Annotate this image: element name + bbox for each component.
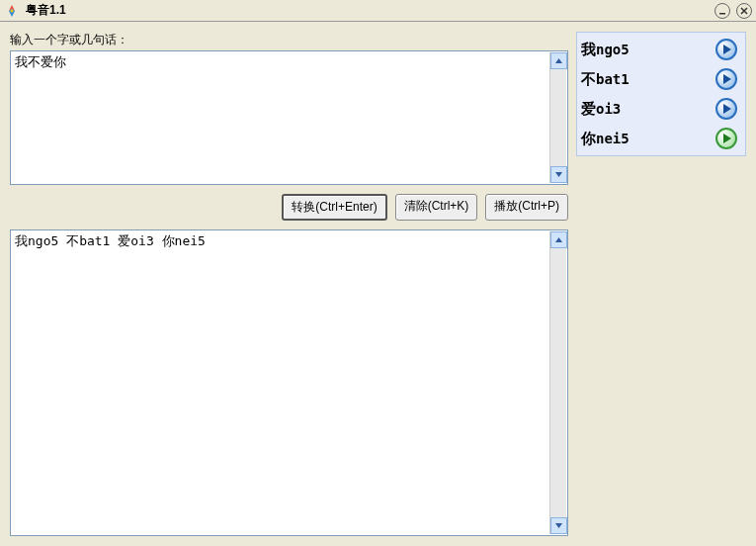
- title-bar: 粤音1.1: [0, 0, 756, 22]
- close-button[interactable]: [736, 3, 752, 19]
- button-row: 转换(Ctrl+Enter) 清除(Ctrl+K) 播放(Ctrl+P): [10, 193, 568, 222]
- scroll-up-icon[interactable]: [550, 52, 567, 69]
- scroll-up-icon[interactable]: [550, 231, 567, 248]
- character-text: 我ngo5: [581, 41, 630, 59]
- output-textarea[interactable]: 我ngo5 不bat1 爱oi3 你nei5: [10, 229, 568, 536]
- svg-rect-1: [719, 13, 725, 15]
- output-scrollbar[interactable]: [549, 231, 566, 534]
- app-icon: [4, 3, 20, 19]
- character-cjk: 我: [581, 41, 596, 59]
- play-icon: [722, 45, 731, 54]
- character-text: 你nei5: [581, 130, 630, 148]
- play-icon: [722, 74, 731, 84]
- window-title: 粤音1.1: [26, 2, 709, 19]
- input-scrollbar[interactable]: [549, 52, 566, 183]
- play-icon: [722, 104, 731, 114]
- play-audio-button[interactable]: [715, 39, 737, 60]
- input-text: 我不爱你: [15, 53, 547, 182]
- character-list-item: 不bat1: [577, 64, 745, 94]
- character-cjk: 爱: [581, 100, 596, 119]
- character-cjk: 你: [581, 130, 596, 148]
- scroll-down-icon[interactable]: [550, 166, 567, 183]
- character-romanization: oi3: [596, 101, 621, 117]
- character-list-item: 你nei5: [577, 124, 745, 153]
- character-romanization: bat1: [596, 71, 630, 87]
- character-text: 爱oi3: [581, 100, 621, 119]
- character-list: 我ngo5不bat1爱oi3你nei5: [576, 32, 746, 156]
- character-text: 不bat1: [581, 70, 630, 89]
- convert-button[interactable]: 转换(Ctrl+Enter): [282, 194, 386, 221]
- character-list-item: 我ngo5: [577, 35, 745, 64]
- minimize-button[interactable]: [714, 3, 730, 19]
- play-audio-button[interactable]: [715, 68, 737, 90]
- input-label: 输入一个字或几句话：: [10, 32, 568, 48]
- window-body: 输入一个字或几句话： 我不爱你 转换(Ctrl+Enter) 清除(Ctrl+K…: [0, 22, 756, 546]
- character-list-item: 爱oi3: [577, 94, 745, 124]
- clear-button[interactable]: 清除(Ctrl+K): [395, 194, 478, 221]
- output-text: 我ngo5 不bat1 爱oi3 你nei5: [15, 232, 547, 533]
- scroll-down-icon[interactable]: [550, 517, 567, 534]
- svg-point-0: [11, 9, 14, 12]
- character-romanization: nei5: [596, 131, 630, 146]
- play-button[interactable]: 播放(Ctrl+P): [485, 194, 568, 221]
- character-romanization: ngo5: [596, 42, 630, 57]
- play-icon: [722, 134, 731, 143]
- input-textarea[interactable]: 我不爱你: [10, 50, 568, 185]
- play-audio-button[interactable]: [715, 128, 737, 149]
- character-cjk: 不: [581, 70, 596, 89]
- play-audio-button[interactable]: [715, 98, 737, 120]
